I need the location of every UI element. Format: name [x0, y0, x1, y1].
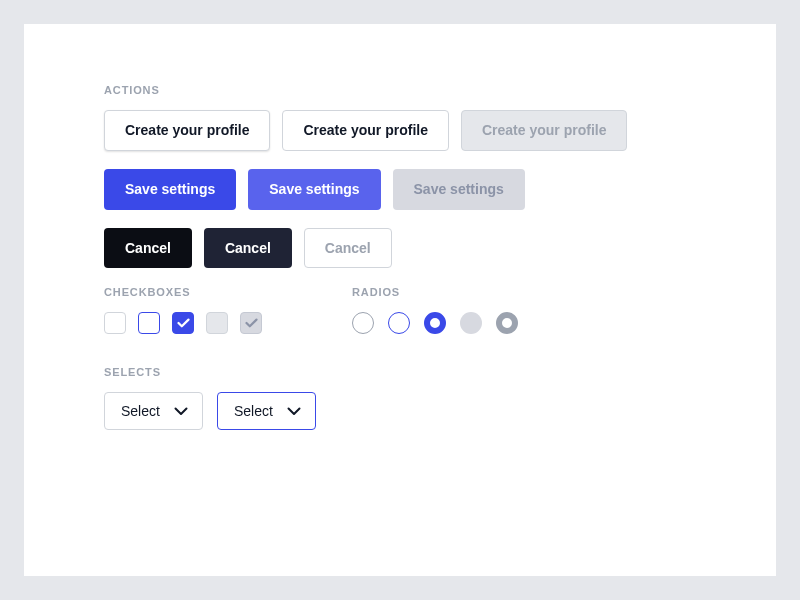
checkbox-disabled [206, 312, 228, 334]
button-row-dark: Cancel Cancel Cancel [104, 228, 696, 269]
cancel-button-disabled: Cancel [304, 228, 392, 269]
section-label-actions: ACTIONS [104, 84, 696, 96]
section-label-selects: SELECTS [104, 366, 316, 378]
save-settings-button-hover[interactable]: Save settings [248, 169, 380, 210]
section-label-radios: RADIOS [352, 286, 518, 298]
select-focus[interactable]: Select [217, 392, 316, 430]
radios-group: RADIOS [352, 286, 518, 334]
chevron-down-icon [174, 407, 188, 416]
create-profile-button-disabled: Create your profile [461, 110, 627, 151]
select-value: Select [121, 403, 160, 419]
create-profile-button[interactable]: Create your profile [104, 110, 270, 151]
button-row-outline: Create your profile Create your profile … [104, 110, 696, 151]
radio-disabled [460, 312, 482, 334]
cancel-button[interactable]: Cancel [104, 228, 192, 269]
checkbox-checked[interactable] [172, 312, 194, 334]
select-default[interactable]: Select [104, 392, 203, 430]
checkbox-disabled-checked [240, 312, 262, 334]
create-profile-button-hover[interactable]: Create your profile [282, 110, 448, 151]
radio-disabled-checked [496, 312, 518, 334]
button-row-primary: Save settings Save settings Save setting… [104, 169, 696, 210]
check-icon [245, 318, 258, 328]
radio-focus[interactable] [388, 312, 410, 334]
save-settings-button[interactable]: Save settings [104, 169, 236, 210]
radio-unchecked[interactable] [352, 312, 374, 334]
checkboxes-group: CHECKBOXES [104, 286, 262, 334]
component-showcase-card: ACTIONS Create your profile Create your … [24, 24, 776, 576]
section-label-checkboxes: CHECKBOXES [104, 286, 262, 298]
check-icon [177, 318, 190, 328]
select-value: Select [234, 403, 273, 419]
save-settings-button-disabled: Save settings [393, 169, 525, 210]
checkbox-focus[interactable] [138, 312, 160, 334]
radio-checked[interactable] [424, 312, 446, 334]
cancel-button-hover[interactable]: Cancel [204, 228, 292, 269]
checkbox-unchecked[interactable] [104, 312, 126, 334]
chevron-down-icon [287, 407, 301, 416]
